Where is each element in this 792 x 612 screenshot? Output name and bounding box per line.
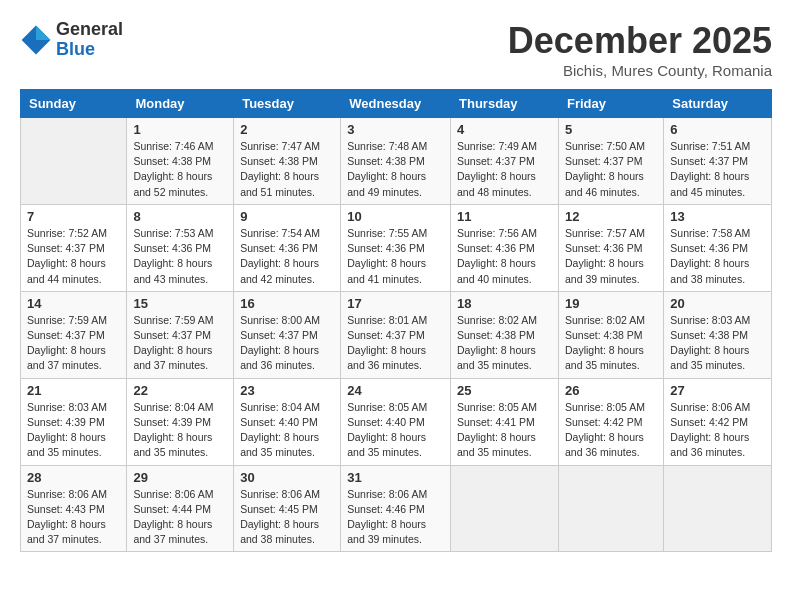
day-info: Sunrise: 8:06 AMSunset: 4:46 PMDaylight:… xyxy=(347,487,444,548)
day-cell: 17Sunrise: 8:01 AMSunset: 4:37 PMDayligh… xyxy=(341,291,451,378)
day-number: 9 xyxy=(240,209,334,224)
day-info: Sunrise: 7:49 AMSunset: 4:37 PMDaylight:… xyxy=(457,139,552,200)
day-number: 5 xyxy=(565,122,657,137)
calendar-body: 1Sunrise: 7:46 AMSunset: 4:38 PMDaylight… xyxy=(21,118,772,552)
day-cell: 15Sunrise: 7:59 AMSunset: 4:37 PMDayligh… xyxy=(127,291,234,378)
logo-blue: Blue xyxy=(56,40,123,60)
day-info: Sunrise: 7:46 AMSunset: 4:38 PMDaylight:… xyxy=(133,139,227,200)
day-number: 20 xyxy=(670,296,765,311)
logo-text: General Blue xyxy=(56,20,123,60)
day-number: 11 xyxy=(457,209,552,224)
day-number: 22 xyxy=(133,383,227,398)
day-cell: 16Sunrise: 8:00 AMSunset: 4:37 PMDayligh… xyxy=(234,291,341,378)
day-info: Sunrise: 7:53 AMSunset: 4:36 PMDaylight:… xyxy=(133,226,227,287)
day-number: 12 xyxy=(565,209,657,224)
day-info: Sunrise: 8:06 AMSunset: 4:44 PMDaylight:… xyxy=(133,487,227,548)
day-cell: 14Sunrise: 7:59 AMSunset: 4:37 PMDayligh… xyxy=(21,291,127,378)
day-cell: 9Sunrise: 7:54 AMSunset: 4:36 PMDaylight… xyxy=(234,204,341,291)
day-info: Sunrise: 7:55 AMSunset: 4:36 PMDaylight:… xyxy=(347,226,444,287)
week-row-4: 21Sunrise: 8:03 AMSunset: 4:39 PMDayligh… xyxy=(21,378,772,465)
header-cell-wednesday: Wednesday xyxy=(341,90,451,118)
day-info: Sunrise: 8:03 AMSunset: 4:39 PMDaylight:… xyxy=(27,400,120,461)
day-info: Sunrise: 7:57 AMSunset: 4:36 PMDaylight:… xyxy=(565,226,657,287)
day-info: Sunrise: 8:06 AMSunset: 4:42 PMDaylight:… xyxy=(670,400,765,461)
day-info: Sunrise: 8:04 AMSunset: 4:40 PMDaylight:… xyxy=(240,400,334,461)
day-number: 1 xyxy=(133,122,227,137)
day-info: Sunrise: 8:05 AMSunset: 4:40 PMDaylight:… xyxy=(347,400,444,461)
day-info: Sunrise: 8:04 AMSunset: 4:39 PMDaylight:… xyxy=(133,400,227,461)
day-cell: 20Sunrise: 8:03 AMSunset: 4:38 PMDayligh… xyxy=(664,291,772,378)
day-cell: 5Sunrise: 7:50 AMSunset: 4:37 PMDaylight… xyxy=(558,118,663,205)
day-info: Sunrise: 7:58 AMSunset: 4:36 PMDaylight:… xyxy=(670,226,765,287)
day-cell: 26Sunrise: 8:05 AMSunset: 4:42 PMDayligh… xyxy=(558,378,663,465)
header-row: SundayMondayTuesdayWednesdayThursdayFrid… xyxy=(21,90,772,118)
day-number: 23 xyxy=(240,383,334,398)
header-cell-tuesday: Tuesday xyxy=(234,90,341,118)
day-cell: 19Sunrise: 8:02 AMSunset: 4:38 PMDayligh… xyxy=(558,291,663,378)
day-cell: 6Sunrise: 7:51 AMSunset: 4:37 PMDaylight… xyxy=(664,118,772,205)
title-block: December 2025 Bichis, Mures County, Roma… xyxy=(508,20,772,79)
day-info: Sunrise: 7:47 AMSunset: 4:38 PMDaylight:… xyxy=(240,139,334,200)
day-cell: 11Sunrise: 7:56 AMSunset: 4:36 PMDayligh… xyxy=(451,204,559,291)
day-cell: 10Sunrise: 7:55 AMSunset: 4:36 PMDayligh… xyxy=(341,204,451,291)
day-cell: 12Sunrise: 7:57 AMSunset: 4:36 PMDayligh… xyxy=(558,204,663,291)
day-cell: 3Sunrise: 7:48 AMSunset: 4:38 PMDaylight… xyxy=(341,118,451,205)
day-info: Sunrise: 8:00 AMSunset: 4:37 PMDaylight:… xyxy=(240,313,334,374)
day-cell: 21Sunrise: 8:03 AMSunset: 4:39 PMDayligh… xyxy=(21,378,127,465)
day-number: 8 xyxy=(133,209,227,224)
day-info: Sunrise: 8:05 AMSunset: 4:42 PMDaylight:… xyxy=(565,400,657,461)
day-number: 28 xyxy=(27,470,120,485)
day-number: 18 xyxy=(457,296,552,311)
day-cell: 4Sunrise: 7:49 AMSunset: 4:37 PMDaylight… xyxy=(451,118,559,205)
day-number: 6 xyxy=(670,122,765,137)
calendar-header: SundayMondayTuesdayWednesdayThursdayFrid… xyxy=(21,90,772,118)
day-cell: 2Sunrise: 7:47 AMSunset: 4:38 PMDaylight… xyxy=(234,118,341,205)
day-info: Sunrise: 7:59 AMSunset: 4:37 PMDaylight:… xyxy=(133,313,227,374)
day-info: Sunrise: 7:59 AMSunset: 4:37 PMDaylight:… xyxy=(27,313,120,374)
day-info: Sunrise: 8:02 AMSunset: 4:38 PMDaylight:… xyxy=(565,313,657,374)
day-info: Sunrise: 8:03 AMSunset: 4:38 PMDaylight:… xyxy=(670,313,765,374)
svg-marker-1 xyxy=(36,25,50,39)
day-cell: 28Sunrise: 8:06 AMSunset: 4:43 PMDayligh… xyxy=(21,465,127,552)
day-cell: 27Sunrise: 8:06 AMSunset: 4:42 PMDayligh… xyxy=(664,378,772,465)
day-cell: 13Sunrise: 7:58 AMSunset: 4:36 PMDayligh… xyxy=(664,204,772,291)
day-info: Sunrise: 8:02 AMSunset: 4:38 PMDaylight:… xyxy=(457,313,552,374)
week-row-1: 1Sunrise: 7:46 AMSunset: 4:38 PMDaylight… xyxy=(21,118,772,205)
day-cell: 29Sunrise: 8:06 AMSunset: 4:44 PMDayligh… xyxy=(127,465,234,552)
day-number: 3 xyxy=(347,122,444,137)
day-info: Sunrise: 7:52 AMSunset: 4:37 PMDaylight:… xyxy=(27,226,120,287)
location-subtitle: Bichis, Mures County, Romania xyxy=(508,62,772,79)
logo: General Blue xyxy=(20,20,123,60)
day-cell: 7Sunrise: 7:52 AMSunset: 4:37 PMDaylight… xyxy=(21,204,127,291)
day-cell: 8Sunrise: 7:53 AMSunset: 4:36 PMDaylight… xyxy=(127,204,234,291)
day-cell xyxy=(558,465,663,552)
header-cell-friday: Friday xyxy=(558,90,663,118)
day-info: Sunrise: 7:48 AMSunset: 4:38 PMDaylight:… xyxy=(347,139,444,200)
day-number: 10 xyxy=(347,209,444,224)
day-cell xyxy=(21,118,127,205)
day-info: Sunrise: 8:05 AMSunset: 4:41 PMDaylight:… xyxy=(457,400,552,461)
week-row-5: 28Sunrise: 8:06 AMSunset: 4:43 PMDayligh… xyxy=(21,465,772,552)
header-cell-monday: Monday xyxy=(127,90,234,118)
day-cell xyxy=(664,465,772,552)
day-info: Sunrise: 7:50 AMSunset: 4:37 PMDaylight:… xyxy=(565,139,657,200)
day-number: 4 xyxy=(457,122,552,137)
week-row-3: 14Sunrise: 7:59 AMSunset: 4:37 PMDayligh… xyxy=(21,291,772,378)
month-title: December 2025 xyxy=(508,20,772,62)
day-number: 19 xyxy=(565,296,657,311)
day-info: Sunrise: 7:54 AMSunset: 4:36 PMDaylight:… xyxy=(240,226,334,287)
day-number: 16 xyxy=(240,296,334,311)
day-number: 27 xyxy=(670,383,765,398)
day-number: 21 xyxy=(27,383,120,398)
header-cell-sunday: Sunday xyxy=(21,90,127,118)
calendar-table: SundayMondayTuesdayWednesdayThursdayFrid… xyxy=(20,89,772,552)
day-info: Sunrise: 8:01 AMSunset: 4:37 PMDaylight:… xyxy=(347,313,444,374)
day-cell: 24Sunrise: 8:05 AMSunset: 4:40 PMDayligh… xyxy=(341,378,451,465)
day-cell: 31Sunrise: 8:06 AMSunset: 4:46 PMDayligh… xyxy=(341,465,451,552)
logo-icon xyxy=(20,24,52,56)
day-cell: 30Sunrise: 8:06 AMSunset: 4:45 PMDayligh… xyxy=(234,465,341,552)
day-info: Sunrise: 7:51 AMSunset: 4:37 PMDaylight:… xyxy=(670,139,765,200)
day-number: 26 xyxy=(565,383,657,398)
day-info: Sunrise: 7:56 AMSunset: 4:36 PMDaylight:… xyxy=(457,226,552,287)
day-info: Sunrise: 8:06 AMSunset: 4:43 PMDaylight:… xyxy=(27,487,120,548)
